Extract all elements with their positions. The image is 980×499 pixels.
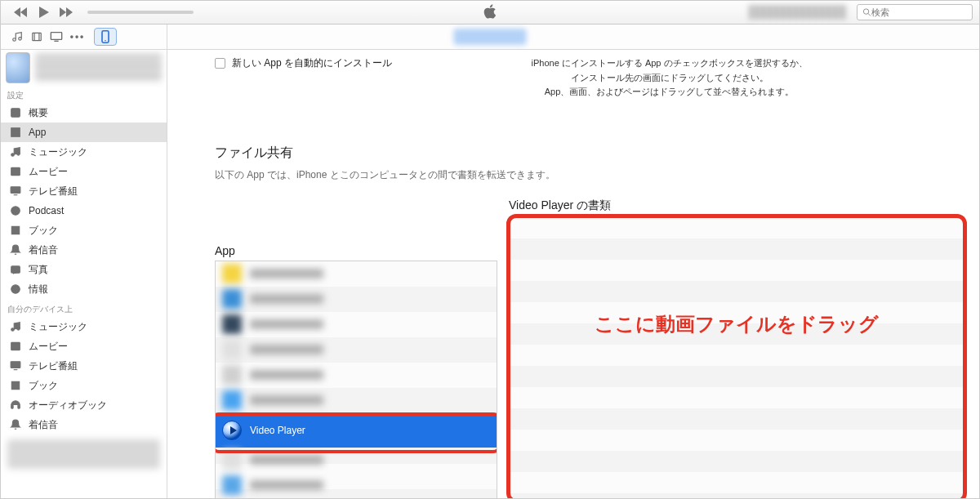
svg-rect-39 (11, 405, 13, 408)
summary-icon (9, 106, 22, 119)
sidebar-item-info[interactable]: 情報 (1, 279, 167, 299)
svg-point-26 (15, 210, 16, 211)
svg-point-18 (17, 153, 20, 156)
movie-icon (9, 165, 22, 178)
auto-install-checkbox[interactable] (215, 58, 225, 69)
sidebar-item-label: ミュージック (29, 145, 87, 159)
tv-icon (9, 185, 22, 198)
sidebar-section-on-device: 自分のデバイス上 (1, 299, 167, 317)
volume-slider[interactable] (87, 11, 194, 14)
movies-tab-icon[interactable] (27, 27, 47, 47)
sidebar-item-label: Podcast (29, 205, 64, 216)
svg-point-8 (105, 40, 106, 42)
music-icon (9, 320, 22, 333)
svg-rect-5 (51, 33, 61, 40)
svg-rect-40 (18, 405, 20, 408)
device-name-pill[interactable] (454, 29, 527, 45)
sidebar-item-tv[interactable]: テレビ番組 (1, 356, 167, 376)
svg-point-31 (15, 287, 16, 287)
svg-rect-19 (11, 167, 20, 175)
sidebar-item-photo[interactable]: 写真 (1, 260, 167, 279)
sidebar-item-book[interactable]: ブック (1, 376, 167, 395)
audiobook-icon (9, 399, 22, 412)
file-sharing-description: 以下の App では、iPhone とこのコンピュータとの間で書類を転送できます… (215, 168, 979, 182)
search-box[interactable] (857, 4, 973, 20)
device-metadata (35, 54, 162, 82)
music-tab-icon[interactable] (7, 27, 27, 47)
svg-rect-37 (11, 362, 20, 368)
sidebar-item-summary[interactable]: 概要 (1, 103, 167, 123)
svg-point-0 (863, 9, 868, 14)
sidebar-item-label: ムービー (29, 165, 68, 179)
app-list[interactable]: Video Player (215, 261, 497, 498)
movie-icon (9, 340, 22, 353)
sidebar-item-label: オーディオブック (29, 399, 107, 412)
svg-rect-34 (11, 342, 20, 350)
svg-rect-22 (11, 187, 20, 194)
apple-logo-icon (483, 3, 497, 23)
sidebar-item-tv[interactable]: テレビ番組 (1, 181, 167, 201)
auto-install-label: 新しい App を自動的にインストール (232, 56, 392, 70)
svg-point-32 (11, 328, 15, 332)
annotation-text: ここに動画ファイルをドラッグ (595, 311, 879, 337)
documents-drop-area[interactable]: ここに動画ファイルをドラッグ (509, 216, 964, 498)
device-tab-icon[interactable] (94, 28, 117, 46)
sidebar-item-audiobook[interactable]: オーディオブック (1, 395, 167, 415)
info-icon (9, 283, 22, 296)
sidebar-item-music[interactable]: ミュージック (1, 142, 167, 162)
svg-point-33 (17, 327, 20, 331)
svg-rect-14 (16, 128, 20, 132)
svg-point-17 (11, 154, 15, 157)
sidebar-item-label: テレビ番組 (29, 185, 78, 198)
device-header[interactable] (1, 50, 167, 85)
device-thumbnail-icon (6, 52, 30, 83)
video-player-icon (222, 421, 242, 440)
documents-column-heading: Video Player の書類 (509, 198, 964, 213)
sidebar: 設定 概要Appミュージックムービーテレビ番組Podcastブック着信音写真情報… (1, 50, 167, 498)
book-icon (9, 224, 22, 237)
svg-rect-2 (33, 33, 42, 40)
tv-tab-icon[interactable] (47, 27, 66, 47)
file-sharing-heading: ファイル共有 (215, 145, 979, 162)
search-input[interactable] (871, 7, 967, 17)
app-instructions: iPhone にインストールする App のチェックボックスを選択するか、 イン… (392, 56, 979, 100)
book-icon (9, 379, 22, 392)
sidebar-item-label: 概要 (29, 106, 48, 120)
sidebar-item-ringtone[interactable]: 着信音 (1, 240, 167, 260)
sidebar-item-label: 着信音 (29, 418, 58, 432)
main-content: 新しい App を自動的にインストール iPhone にインストールする App… (167, 50, 979, 498)
toolbar-account-area[interactable] (749, 5, 847, 20)
tv-icon (9, 359, 22, 372)
sidebar-item-label: App (29, 127, 46, 138)
sidebar-item-ringtone[interactable]: 着信音 (1, 415, 167, 434)
sidebar-item-label: テレビ番組 (29, 359, 78, 373)
next-track-button[interactable] (55, 2, 78, 22)
music-icon (9, 145, 22, 158)
sidebar-item-movie[interactable]: ムービー (1, 162, 167, 181)
sidebar-section-settings: 設定 (1, 85, 167, 103)
sidebar-item-podcast[interactable]: Podcast (1, 201, 167, 221)
svg-line-1 (868, 13, 871, 16)
app-icon (9, 126, 22, 139)
sidebar-item-label: ブック (29, 224, 58, 238)
category-toolbar: ••• (1, 25, 979, 50)
sidebar-extra (7, 439, 160, 469)
svg-rect-13 (11, 128, 16, 132)
sidebar-item-app[interactable]: App (1, 123, 167, 142)
app-row-video-player[interactable]: Video Player (216, 413, 497, 448)
app-row-label: Video Player (250, 425, 305, 436)
more-tabs-button[interactable]: ••• (66, 31, 89, 42)
sidebar-item-label: 写真 (29, 263, 48, 277)
sidebar-item-book[interactable]: ブック (1, 221, 167, 240)
ringtone-icon (9, 418, 22, 431)
sidebar-item-movie[interactable]: ムービー (1, 336, 167, 356)
play-button[interactable] (32, 2, 55, 22)
svg-rect-16 (16, 133, 20, 137)
sidebar-item-music[interactable]: ミュージック (1, 317, 167, 336)
svg-point-28 (13, 268, 15, 270)
photo-icon (9, 263, 22, 276)
prev-track-button[interactable] (9, 2, 32, 22)
sidebar-item-label: 情報 (29, 283, 48, 296)
top-toolbar (1, 1, 979, 25)
sidebar-item-label: ミュージック (29, 320, 87, 334)
